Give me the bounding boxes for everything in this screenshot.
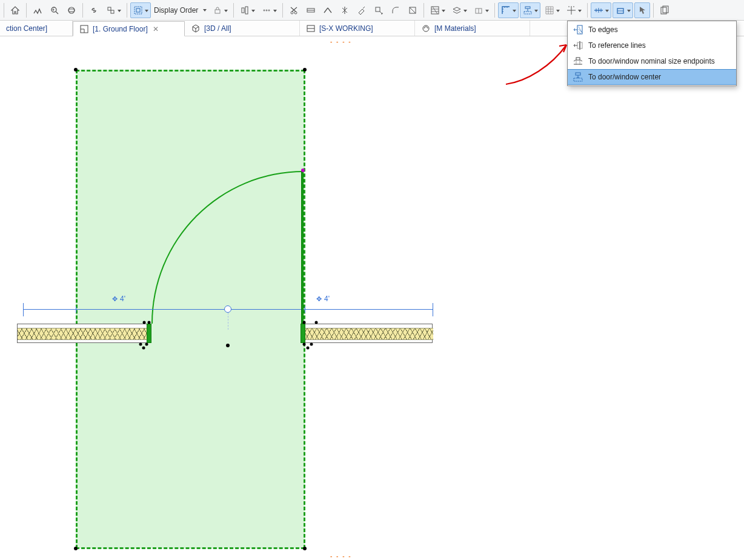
- move-icon: ✥: [316, 295, 322, 303]
- chevron-down-icon: [442, 10, 445, 12]
- svg-point-15: [294, 12, 297, 14]
- dimension-endpoint[interactable]: [23, 303, 24, 316]
- to-nominal-endpoints-icon: [573, 56, 583, 67]
- home-icon[interactable]: [7, 2, 23, 18]
- arrange-menu[interactable]: [103, 2, 124, 18]
- adjust-icon[interactable]: [354, 2, 370, 18]
- chevron-down-icon: [273, 10, 277, 12]
- tab-action-center[interactable]: ction Center]: [0, 21, 73, 36]
- dimension-value-right[interactable]: ✥4': [316, 295, 330, 303]
- close-icon[interactable]: ✕: [151, 25, 160, 33]
- svg-rect-8: [215, 10, 220, 13]
- materials-icon: [421, 24, 431, 33]
- selection-handle[interactable]: [310, 343, 313, 346]
- tab-materials[interactable]: [M Materials]: [415, 21, 530, 36]
- orbit-icon[interactable]: [64, 2, 79, 18]
- guide-mark-bottom: - - - -: [330, 553, 352, 559]
- display-order-text: Display Order: [154, 6, 198, 15]
- toolbar-separator: [494, 3, 495, 18]
- display-order-label[interactable]: Display Order: [151, 6, 209, 15]
- tab-sx-working[interactable]: [S-X WORKING]: [300, 21, 415, 36]
- tab-label: ction Center]: [6, 24, 47, 33]
- selection-handle[interactable]: [142, 347, 145, 350]
- zoom-lock-icon[interactable]: [47, 2, 62, 18]
- dimension-snap-dropdown: To edges To reference lines To door/wind…: [567, 21, 737, 86]
- selection-handle[interactable]: [143, 321, 146, 324]
- move-icon: ✥: [112, 295, 118, 303]
- menu-item-to-nominal-endpoints[interactable]: To door/window nominal size endpoints: [568, 53, 736, 69]
- svg-point-13: [268, 9, 270, 11]
- fillet-icon[interactable]: [388, 2, 404, 18]
- corner-handle[interactable]: [303, 68, 307, 72]
- selection-handle[interactable]: [139, 343, 142, 346]
- chevron-down-icon: [463, 10, 467, 12]
- tab-ground-floor[interactable]: [1. Ground Floor] ✕: [73, 21, 185, 36]
- layer-display-menu[interactable]: [449, 2, 470, 18]
- wall-segment-right[interactable]: [303, 324, 433, 343]
- dimension-value-left[interactable]: ✥4': [112, 295, 125, 303]
- hatch-display-menu[interactable]: [427, 2, 448, 18]
- room-edge: [76, 70, 305, 72]
- selection-handle[interactable]: [315, 321, 318, 324]
- cut-icon[interactable]: [286, 2, 302, 18]
- cursor-snap-icon[interactable]: [634, 2, 650, 18]
- solid-display-menu[interactable]: [471, 2, 491, 18]
- toolbar-separator: [282, 3, 283, 18]
- grid-display-menu[interactable]: [542, 2, 562, 18]
- selection-handle[interactable]: [303, 343, 306, 346]
- svg-rect-5: [111, 10, 114, 13]
- cube-icon: [191, 24, 201, 33]
- drawing-canvas[interactable]: - - - - ✥4' ✥4': [0, 36, 744, 560]
- selection-handle[interactable]: [307, 347, 310, 350]
- selection-handle[interactable]: [148, 321, 151, 324]
- svg-rect-7: [136, 8, 140, 12]
- selection-handle[interactable]: [303, 321, 306, 324]
- door-hinge-point[interactable]: [301, 168, 305, 172]
- lock-layers-menu[interactable]: [210, 2, 230, 18]
- dimension-center-marker[interactable]: [224, 305, 231, 313]
- chevron-down-icon: [578, 10, 582, 12]
- snap-grid-menu[interactable]: [563, 2, 584, 18]
- split-icon[interactable]: [337, 2, 353, 18]
- align-menu[interactable]: [237, 2, 257, 18]
- wall-insulation: [18, 328, 148, 340]
- toolbar-separator: [233, 3, 234, 18]
- menu-item-label: To reference lines: [588, 41, 646, 50]
- trim-icon[interactable]: [320, 2, 336, 18]
- menu-item-to-reference-lines[interactable]: To reference lines: [568, 38, 736, 53]
- trace-reference-icon[interactable]: [30, 2, 45, 18]
- guide-mark-top: - - - -: [330, 38, 352, 45]
- wall-segment-left[interactable]: [17, 324, 148, 343]
- ruler-menu[interactable]: [498, 2, 519, 18]
- link-icon[interactable]: [86, 2, 102, 18]
- toolbar-separator: [82, 3, 83, 18]
- menu-item-to-door-window-center[interactable]: To door/window center: [568, 69, 736, 85]
- extend-icon[interactable]: [371, 2, 387, 18]
- chevron-down-icon: [145, 10, 148, 12]
- selection-handle[interactable]: [145, 343, 148, 346]
- snap-dimension-menu[interactable]: [520, 2, 540, 18]
- settings-icon[interactable]: [657, 2, 673, 18]
- toolbar-separator: [26, 3, 27, 18]
- chevron-down-icon: [605, 10, 609, 12]
- corner-handle[interactable]: [74, 547, 78, 550]
- grouping-menu[interactable]: [130, 2, 151, 18]
- snap-surface-menu[interactable]: [613, 2, 633, 18]
- corner-handle[interactable]: [303, 547, 307, 550]
- corner-handle[interactable]: [74, 68, 78, 72]
- menu-item-to-edges[interactable]: To edges: [568, 22, 736, 38]
- toolbar-separator: [127, 3, 127, 18]
- tab-3d-all[interactable]: [3D / All]: [185, 21, 300, 36]
- closure-icon[interactable]: [303, 2, 319, 18]
- menu-item-label: To edges: [588, 25, 618, 34]
- dimension-endpoint[interactable]: [433, 303, 433, 316]
- svg-point-14: [291, 12, 293, 14]
- svg-rect-26: [524, 12, 531, 14]
- door-center-point[interactable]: [226, 344, 230, 347]
- svg-rect-46: [576, 73, 580, 75]
- resize-icon[interactable]: [405, 2, 420, 18]
- distribute-menu[interactable]: [259, 2, 279, 18]
- guideline-display-menu[interactable]: [591, 2, 611, 18]
- tab-label: [1. Ground Floor]: [93, 25, 148, 33]
- chevron-down-icon: [556, 10, 560, 12]
